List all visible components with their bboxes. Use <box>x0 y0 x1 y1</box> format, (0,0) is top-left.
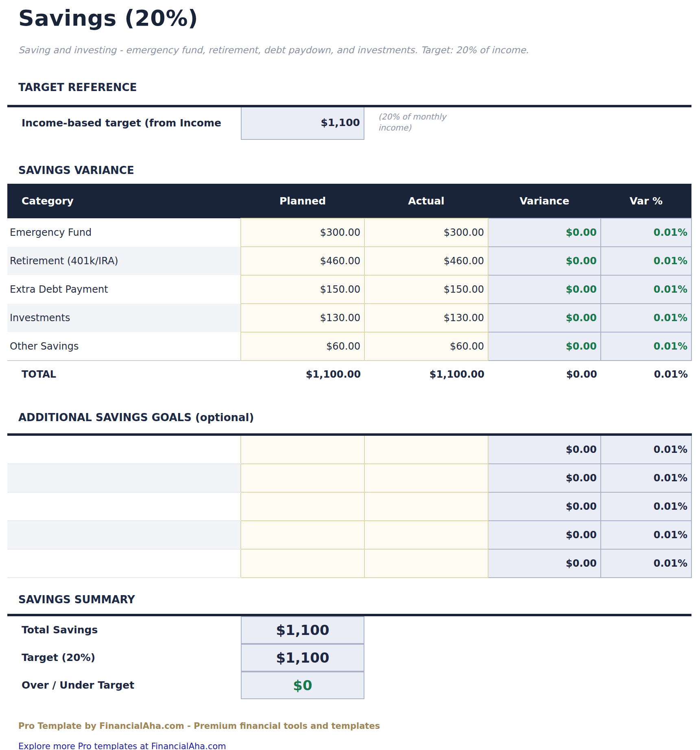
planned-cell[interactable]: $150.00 <box>241 275 364 304</box>
footer-explore-link[interactable]: Explore more Pro templates at FinancialA… <box>18 741 226 750</box>
goal-var-pct-cell[interactable]: 0.01% <box>601 435 691 464</box>
summary-label: Total Savings <box>7 616 241 644</box>
category-cell: Other Savings <box>7 332 241 361</box>
actual-cell[interactable]: $60.00 <box>364 332 488 361</box>
column-header-actual: Actual <box>364 184 488 218</box>
goal-category-cell[interactable] <box>7 464 241 492</box>
goal-planned-cell[interactable] <box>241 435 364 464</box>
goal-planned-cell[interactable] <box>241 549 364 578</box>
column-header-var-pct: Var % <box>601 184 691 218</box>
actual-cell[interactable]: $300.00 <box>364 218 488 247</box>
var-pct-cell[interactable]: 0.01% <box>601 332 691 361</box>
column-header-planned: Planned <box>241 184 364 218</box>
variance-cell[interactable]: $0.00 <box>488 247 601 275</box>
total-variance: $0.00 <box>488 361 601 388</box>
savings-variance-table: Category Planned Actual Variance Var % E… <box>7 184 692 388</box>
summary-label: Over / Under Target <box>7 672 241 699</box>
column-header-variance: Variance <box>488 184 601 218</box>
table-row: $0.00 0.01% <box>7 435 691 464</box>
page-title: Savings (20%) <box>18 6 700 31</box>
summary-label: Target (20%) <box>7 644 241 672</box>
variance-cell[interactable]: $0.00 <box>488 332 601 361</box>
section-heading-target-reference: TARGET REFERENCE <box>18 80 700 94</box>
total-label: TOTAL <box>7 361 241 388</box>
target-reference-label: Income-based target (from Income <box>7 107 241 140</box>
goal-var-pct-cell[interactable]: 0.01% <box>601 492 691 521</box>
table-row: $0.00 0.01% <box>7 549 691 578</box>
table-row: Emergency Fund $300.00 $300.00 $0.00 0.0… <box>7 218 691 247</box>
summary-value-cell[interactable]: $0 <box>241 672 364 699</box>
goal-actual-cell[interactable] <box>364 464 488 492</box>
total-actual: $1,100.00 <box>364 361 488 388</box>
table-row: $0.00 0.01% <box>7 492 691 521</box>
actual-cell[interactable]: $150.00 <box>364 275 488 304</box>
summary-value-cell[interactable]: $1,100 <box>241 644 364 672</box>
section-heading-savings-variance: SAVINGS VARIANCE <box>18 163 700 177</box>
category-cell: Investments <box>7 304 241 332</box>
variance-cell[interactable]: $0.00 <box>488 304 601 332</box>
goal-var-pct-cell[interactable]: 0.01% <box>601 549 691 578</box>
total-planned: $1,100.00 <box>241 361 364 388</box>
planned-cell[interactable]: $300.00 <box>241 218 364 247</box>
target-reference-row: Income-based target (from Income $1,100 … <box>7 105 691 140</box>
table-row: Investments $130.00 $130.00 $0.00 0.01% <box>7 304 691 332</box>
goal-variance-cell[interactable]: $0.00 <box>488 521 601 549</box>
table-row: Retirement (401k/IRA) $460.00 $460.00 $0… <box>7 247 691 275</box>
variance-header-row: Category Planned Actual Variance Var % <box>7 184 691 218</box>
goal-planned-cell[interactable] <box>241 464 364 492</box>
table-row: Other Savings $60.00 $60.00 $0.00 0.01% <box>7 332 691 361</box>
planned-cell[interactable]: $130.00 <box>241 304 364 332</box>
planned-cell[interactable]: $60.00 <box>241 332 364 361</box>
variance-cell[interactable]: $0.00 <box>488 218 601 247</box>
page-subtitle: Saving and investing - emergency fund, r… <box>18 45 700 55</box>
goal-actual-cell[interactable] <box>364 521 488 549</box>
summary-value-cell[interactable]: $1,100 <box>241 616 364 644</box>
goal-category-cell[interactable] <box>7 435 241 464</box>
category-cell: Emergency Fund <box>7 218 241 247</box>
section-heading-savings-summary: SAVINGS SUMMARY <box>18 593 700 607</box>
savings-template-page: Savings (20%) Saving and investing - eme… <box>0 0 700 750</box>
savings-summary-table: Total Savings $1,100 Target (20%) $1,100… <box>7 614 691 699</box>
variance-cell[interactable]: $0.00 <box>488 275 601 304</box>
goal-variance-cell[interactable]: $0.00 <box>488 464 601 492</box>
target-reference-note: (20% of monthly income) <box>378 107 472 140</box>
actual-cell[interactable]: $130.00 <box>364 304 488 332</box>
var-pct-cell[interactable]: 0.01% <box>601 275 691 304</box>
var-pct-cell[interactable]: 0.01% <box>601 247 691 275</box>
goal-actual-cell[interactable] <box>364 549 488 578</box>
goal-category-cell[interactable] <box>7 492 241 521</box>
section-heading-additional-goals: ADDITIONAL SAVINGS GOALS (optional) <box>18 411 700 424</box>
var-pct-cell[interactable]: 0.01% <box>601 304 691 332</box>
category-cell: Extra Debt Payment <box>7 275 241 304</box>
summary-row-over-under: Over / Under Target $0 <box>7 672 691 699</box>
summary-row-target: Target (20%) $1,100 <box>7 644 691 672</box>
goal-actual-cell[interactable] <box>364 492 488 521</box>
total-row: TOTAL $1,100.00 $1,100.00 $0.00 0.01% <box>7 361 691 388</box>
actual-cell[interactable]: $460.00 <box>364 247 488 275</box>
goal-var-pct-cell[interactable]: 0.01% <box>601 521 691 549</box>
goal-var-pct-cell[interactable]: 0.01% <box>601 464 691 492</box>
goal-actual-cell[interactable] <box>364 435 488 464</box>
table-row: $0.00 0.01% <box>7 464 691 492</box>
total-var-pct: 0.01% <box>601 361 691 388</box>
goal-planned-cell[interactable] <box>241 521 364 549</box>
goal-category-cell[interactable] <box>7 549 241 578</box>
target-reference-value-cell[interactable]: $1,100 <box>241 107 364 140</box>
table-row: Extra Debt Payment $150.00 $150.00 $0.00… <box>7 275 691 304</box>
footer-credit-text: Pro Template by FinancialAha.com - Premi… <box>18 721 700 731</box>
goal-variance-cell[interactable]: $0.00 <box>488 549 601 578</box>
summary-row-total-savings: Total Savings $1,100 <box>7 616 691 644</box>
goal-variance-cell[interactable]: $0.00 <box>488 435 601 464</box>
goal-variance-cell[interactable]: $0.00 <box>488 492 601 521</box>
goal-planned-cell[interactable] <box>241 492 364 521</box>
additional-goals-table: $0.00 0.01% $0.00 0.01% $0.00 0.01% <box>7 433 692 578</box>
category-cell: Retirement (401k/IRA) <box>7 247 241 275</box>
goal-category-cell[interactable] <box>7 521 241 549</box>
column-header-category: Category <box>7 184 241 218</box>
planned-cell[interactable]: $460.00 <box>241 247 364 275</box>
var-pct-cell[interactable]: 0.01% <box>601 218 691 247</box>
table-row: $0.00 0.01% <box>7 521 691 549</box>
